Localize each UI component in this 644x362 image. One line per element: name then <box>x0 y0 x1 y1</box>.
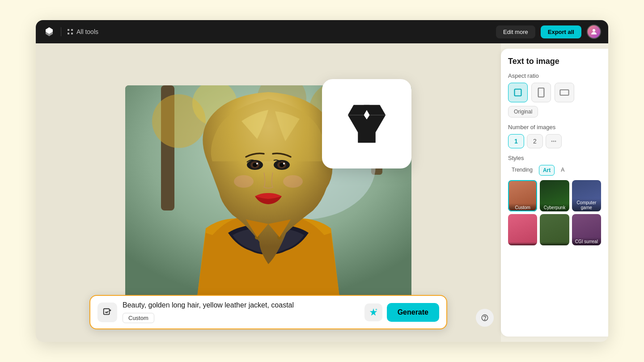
panel-title: Text to image <box>508 57 601 66</box>
styles-label: Styles <box>508 155 601 161</box>
style-5-label <box>540 242 569 245</box>
style-computer-game-label: Computer game <box>572 198 601 211</box>
right-panel: Text to image Aspect ratio <box>501 49 608 337</box>
capcut-logo-popup <box>322 79 411 168</box>
add-image-button[interactable] <box>97 303 117 322</box>
svg-point-31 <box>551 141 553 142</box>
style-5[interactable] <box>540 214 569 245</box>
hint-button[interactable] <box>476 309 494 327</box>
aspect-ratio-label: Aspect ratio <box>508 72 601 79</box>
num-1-button[interactable]: 1 <box>508 134 524 148</box>
svg-point-21 <box>283 175 303 188</box>
style-custom[interactable]: Custom <box>508 180 537 211</box>
custom-style-tag[interactable]: Custom <box>123 313 154 323</box>
all-tools-nav[interactable]: All tools <box>67 28 98 35</box>
style-cyberpunk-label: Cyberpunk <box>540 203 569 211</box>
generate-button[interactable]: Generate <box>387 303 439 322</box>
input-bar: Beauty, golden long hair, yellow leather… <box>89 295 447 329</box>
num-images-options: 1 2 <box>508 134 601 148</box>
svg-rect-24 <box>104 308 110 314</box>
aspect-landscape-button[interactable] <box>555 83 574 102</box>
user-avatar[interactable] <box>587 25 601 39</box>
main-content: Beauty, golden long hair, yellow leather… <box>36 43 608 342</box>
styles-tabs: Trending Art A <box>508 165 601 176</box>
original-aspect-button[interactable]: Original <box>508 106 538 118</box>
input-actions: Generate <box>364 303 439 322</box>
svg-point-27 <box>484 320 485 320</box>
svg-point-0 <box>593 29 595 32</box>
sparkle-button[interactable] <box>364 303 382 321</box>
all-tools-label: All tools <box>76 28 98 35</box>
nav-divider <box>61 27 61 36</box>
svg-point-18 <box>256 163 258 164</box>
svg-point-19 <box>283 163 285 164</box>
svg-rect-28 <box>515 89 521 96</box>
num-images-label: Number of images <box>508 124 601 130</box>
svg-point-33 <box>555 141 556 142</box>
edit-more-button[interactable]: Edit more <box>496 25 535 38</box>
app-container: All tools Edit more Export all <box>36 20 608 342</box>
export-all-button[interactable]: Export all <box>541 25 581 38</box>
style-cyberpunk[interactable]: Cyberpunk <box>540 180 569 211</box>
style-4-label <box>508 242 537 245</box>
tab-trending[interactable]: Trending <box>508 165 536 176</box>
tab-art[interactable]: Art <box>539 165 555 176</box>
canvas-area: Beauty, golden long hair, yellow leather… <box>36 43 501 342</box>
style-computer-game[interactable]: Computer game <box>572 180 601 211</box>
svg-point-25 <box>375 308 377 310</box>
svg-rect-29 <box>538 88 544 97</box>
style-cgi-surreal-label: CGI surreal <box>572 237 601 245</box>
aspect-square-button[interactable] <box>508 83 528 102</box>
input-text-area: Beauty, golden long hair, yellow leather… <box>123 301 359 323</box>
svg-point-20 <box>234 175 254 188</box>
style-custom-label: Custom <box>508 203 537 211</box>
prompt-text: Beauty, golden long hair, yellow leather… <box>123 301 359 309</box>
svg-point-32 <box>553 141 555 142</box>
num-3-button[interactable] <box>546 134 562 148</box>
style-cgi-surreal[interactable]: CGI surreal <box>572 214 601 245</box>
aspect-ratio-options <box>508 83 601 102</box>
style-4[interactable] <box>508 214 537 245</box>
tab-other[interactable]: A <box>557 165 568 176</box>
num-2-button[interactable]: 2 <box>527 134 543 148</box>
aspect-portrait-button[interactable] <box>531 83 551 102</box>
app-logo <box>43 25 55 38</box>
top-nav: All tools Edit more Export all <box>36 20 608 43</box>
svg-rect-30 <box>560 90 568 95</box>
styles-grid: Custom Cyberpunk Computer game <box>508 180 601 245</box>
